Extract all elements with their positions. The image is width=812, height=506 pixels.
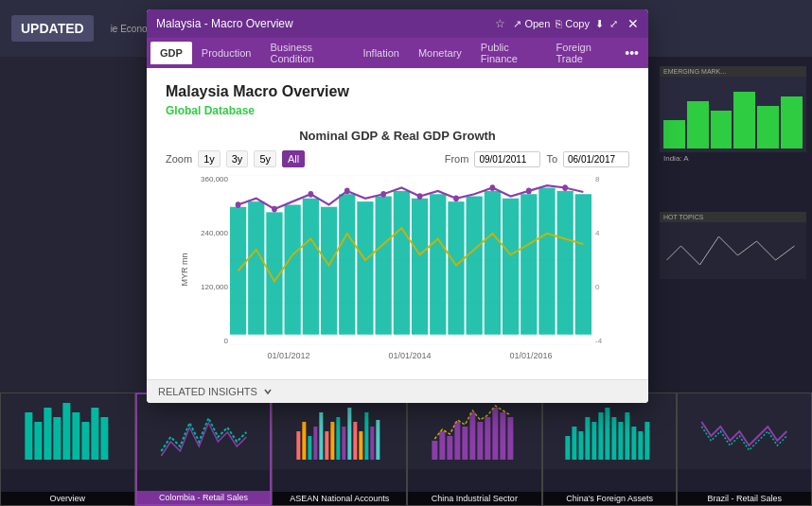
svg-point-74 [272, 206, 277, 213]
bottom-thumbnails: Overview Colombia - Retail Sales [0, 393, 812, 506]
svg-rect-22 [371, 427, 375, 460]
close-button[interactable]: ✕ [627, 16, 639, 31]
chart-area: MYR mn 360,000 240,000 120,000 0 [175, 175, 620, 364]
svg-rect-72 [575, 194, 591, 335]
from-date-input[interactable] [474, 151, 540, 167]
svg-rect-64 [430, 194, 446, 335]
chart-controls: Zoom 1y 3y 5y All From To [166, 150, 629, 167]
svg-point-80 [489, 184, 495, 191]
to-date-input[interactable] [563, 151, 629, 167]
copy-label: Copy [565, 18, 590, 29]
svg-rect-17 [343, 427, 346, 460]
svg-rect-16 [337, 417, 341, 460]
y-right-0: 0 [595, 283, 599, 291]
y-right-8: 8 [595, 175, 599, 183]
svg-rect-57 [303, 199, 319, 335]
svg-rect-54 [248, 201, 264, 335]
download-button[interactable]: ⬇ [595, 18, 604, 30]
from-label: From [445, 153, 469, 165]
svg-rect-0 [25, 412, 32, 460]
svg-rect-26 [447, 436, 452, 460]
tab-public-finance[interactable]: Public Finance [471, 36, 547, 70]
tab-foreign-trade[interactable]: Foreign Trade [547, 36, 620, 70]
svg-rect-1 [34, 422, 42, 460]
zoom-5y-button[interactable]: 5y [254, 150, 276, 167]
thumbnail-chart-china-foreign [543, 393, 677, 469]
svg-rect-44 [625, 412, 629, 460]
copy-button[interactable]: ⎘ Copy [556, 18, 590, 29]
x-date-2016: 01/01/2016 [509, 351, 552, 360]
svg-point-78 [417, 193, 423, 200]
svg-rect-24 [432, 441, 437, 460]
modal-actions: ↗ Open ⎘ Copy ⬇ ⤢ ✕ [513, 16, 639, 31]
expand-button[interactable]: ⤢ [609, 18, 618, 30]
svg-rect-60 [357, 201, 373, 335]
svg-rect-34 [507, 417, 513, 460]
modal-heading: Malaysia Macro Overview [166, 83, 629, 100]
svg-rect-36 [572, 427, 576, 460]
svg-rect-35 [565, 436, 570, 460]
svg-rect-53 [230, 207, 246, 335]
thumbnail-chart-overview [1, 393, 134, 469]
tab-monetary[interactable]: Monetary [409, 42, 471, 64]
open-label: Open [524, 18, 550, 29]
svg-rect-18 [348, 408, 352, 460]
y-axis-right: 8 4 0 -4 [593, 175, 620, 345]
svg-rect-65 [448, 201, 464, 335]
thumbnail-label-colombia: Colombia - Retail Sales [137, 491, 271, 504]
svg-rect-39 [591, 422, 596, 460]
bg-hot-topics-right: HOT TOPICS [660, 212, 806, 279]
thumbnail-china-foreign[interactable]: China's Foreign Assets [542, 393, 678, 506]
tab-gdp[interactable]: GDP [150, 42, 192, 64]
svg-rect-13 [320, 412, 324, 460]
open-button[interactable]: ↗ Open [513, 18, 550, 30]
tab-inflation[interactable]: Inflation [353, 42, 409, 64]
zoom-all-button[interactable]: All [282, 150, 305, 167]
modal-titlebar: Malaysia - Macro Overview ☆ ↗ Open ⎘ Cop… [147, 9, 648, 38]
to-label: To [546, 153, 557, 165]
svg-rect-67 [485, 191, 501, 335]
modal-star-icon[interactable]: ☆ [495, 17, 505, 30]
zoom-1y-button[interactable]: 1y [198, 150, 221, 167]
svg-rect-5 [72, 412, 79, 460]
y-val-240: 240,000 [201, 229, 228, 237]
svg-point-81 [526, 188, 532, 195]
svg-rect-69 [521, 194, 537, 335]
thumbnail-brazil[interactable]: Brazil - Retail Sales [677, 393, 812, 506]
tab-more-icon[interactable]: ••• [619, 45, 644, 61]
thumbnail-chart-colombia [137, 394, 271, 470]
open-icon: ↗ [513, 18, 521, 30]
thumbnail-asean[interactable]: ASEAN National Accounts [272, 393, 407, 506]
svg-rect-62 [394, 191, 410, 335]
svg-point-73 [236, 201, 241, 208]
expand-icon: ⤢ [609, 18, 618, 30]
svg-rect-31 [485, 417, 490, 460]
bg-hot-label-2: HOT TOPICS [660, 212, 806, 222]
bg-emerging-label-2: EMERGING MARK... [660, 66, 806, 77]
svg-rect-20 [360, 431, 363, 460]
svg-rect-45 [631, 427, 636, 460]
thumbnail-overview[interactable]: Overview [0, 393, 135, 506]
download-icon: ⬇ [595, 18, 604, 30]
svg-rect-15 [331, 422, 335, 460]
y-right-4: 4 [595, 229, 599, 237]
thumbnail-label-china-industrial: China Industrial Sector [408, 492, 541, 505]
thumbnail-label-brazil: Brazil - Retail Sales [678, 492, 811, 505]
related-insights-bar[interactable]: RELATED INSIGHTS [147, 379, 648, 403]
svg-rect-70 [538, 188, 555, 335]
zoom-3y-button[interactable]: 3y [226, 150, 249, 167]
tab-production[interactable]: Production [192, 42, 261, 64]
y-val-120: 120,000 [201, 283, 228, 291]
svg-rect-14 [326, 431, 329, 460]
y-val-360: 360,000 [201, 175, 228, 183]
tab-business-condition[interactable]: Business Condition [260, 36, 353, 70]
thumbnail-china-industrial[interactable]: China Industrial Sector [407, 393, 542, 506]
thumbnail-colombia[interactable]: Colombia - Retail Sales [135, 393, 273, 506]
svg-rect-9 [297, 431, 301, 460]
svg-rect-7 [91, 408, 98, 460]
svg-rect-43 [618, 422, 623, 460]
thumbnail-label-asean: ASEAN National Accounts [273, 492, 406, 505]
chart-svg-container [228, 175, 591, 345]
svg-rect-29 [469, 412, 475, 460]
y-right-neg4: -4 [595, 337, 602, 345]
